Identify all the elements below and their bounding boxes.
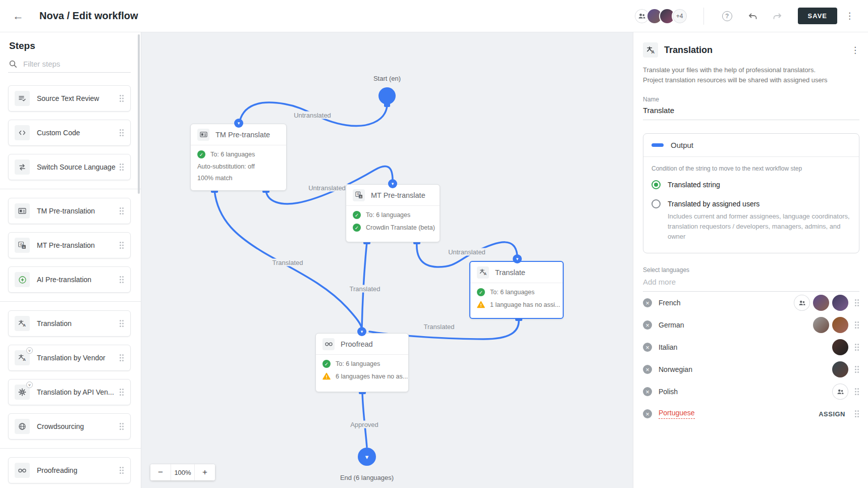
more-collaborators-badge[interactable]: +4 <box>672 8 688 24</box>
drag-handle-icon[interactable] <box>119 94 124 102</box>
node-detail: To: 6 languages <box>210 151 255 158</box>
node-tm-pretranslate[interactable]: TM Pre-translate ✓To: 6 languages Auto-s… <box>190 124 287 191</box>
remove-language-icon[interactable]: × <box>643 387 652 396</box>
step-label: MT Pre-translation <box>37 241 95 249</box>
sidebar-step-ai-pretranslation[interactable]: AI Pre-translation <box>8 266 131 293</box>
sidebar-step-mt-pretranslation[interactable]: GA MT Pre-translation <box>8 232 131 258</box>
node-input-port[interactable]: ▾ <box>234 119 243 128</box>
machine-translation-icon: GA <box>353 189 365 201</box>
save-button[interactable]: SAVE <box>798 8 837 24</box>
people-icon <box>837 388 844 396</box>
check-icon: ✓ <box>322 360 331 368</box>
end-node[interactable]: ▾ <box>358 448 376 466</box>
drag-handle-icon[interactable] <box>854 343 859 351</box>
help-icon: ? <box>722 11 732 21</box>
drag-handle-icon[interactable] <box>119 163 124 171</box>
node-input-port[interactable]: ▾ <box>388 179 397 188</box>
assignee-group-avatar[interactable] <box>794 295 810 311</box>
drag-handle-icon[interactable] <box>119 354 124 362</box>
drag-handle-icon[interactable] <box>119 466 124 474</box>
svg-text:A: A <box>23 357 26 362</box>
sidebar-step-crowdsourcing[interactable]: Crowdsourcing <box>8 413 131 440</box>
node-input-port[interactable]: ▾ <box>357 327 366 336</box>
sidebar-step-source-text-review[interactable]: Source Text Review <box>8 85 131 112</box>
remove-language-icon[interactable]: × <box>643 409 652 418</box>
radio-unselected-icon[interactable] <box>652 199 661 208</box>
node-input-port[interactable]: ▾ <box>513 254 522 263</box>
radio-translated-string[interactable]: Translated string <box>652 180 851 189</box>
help-button[interactable]: ? <box>720 9 734 23</box>
zoom-in-button[interactable]: + <box>195 464 215 480</box>
drag-handle-icon[interactable] <box>119 422 124 430</box>
sidebar-scrollbar[interactable] <box>138 34 140 194</box>
redo-button[interactable] <box>771 9 785 23</box>
sidebar-step-tm-pretranslation[interactable]: TM Pre-translation <box>8 198 131 224</box>
drag-handle-icon[interactable] <box>119 319 124 328</box>
drag-handle-icon[interactable] <box>854 299 859 307</box>
assignee-avatar[interactable] <box>813 317 829 333</box>
zoom-out-button[interactable]: − <box>150 464 171 480</box>
drag-handle-icon[interactable] <box>854 365 859 373</box>
undo-button[interactable] <box>745 9 760 23</box>
vendor-badge: v <box>26 382 33 388</box>
collaborator-avatars[interactable]: +4 <box>634 8 684 24</box>
node-mt-pretranslate[interactable]: GA MT Pre-translate ✓To: 6 languages ✓Cr… <box>346 184 440 242</box>
drag-handle-icon[interactable] <box>119 207 124 215</box>
assignee-avatar[interactable] <box>832 361 848 377</box>
back-button[interactable]: ← <box>10 8 26 24</box>
assignee-avatar[interactable] <box>832 317 848 333</box>
sidebar-step-translation-by-api-vendor[interactable]: v Translation by API Ven... <box>8 379 131 405</box>
remove-language-icon[interactable]: × <box>643 298 652 307</box>
globe-icon <box>15 419 30 434</box>
assignee-group-avatar[interactable] <box>832 384 848 400</box>
assignee-avatar[interactable] <box>832 339 848 355</box>
sidebar-step-translation-by-vendor[interactable]: A v Translation by Vendor <box>8 345 131 371</box>
drag-handle-icon[interactable] <box>854 388 859 396</box>
edge-label: Translated <box>422 323 457 331</box>
svg-text:A: A <box>651 49 654 55</box>
node-translate[interactable]: A Translate ✓To: 6 languages 1 language … <box>469 261 564 319</box>
drag-handle-icon[interactable] <box>119 129 124 137</box>
assignee-avatar[interactable] <box>832 295 848 311</box>
assignee-avatar[interactable] <box>813 295 829 311</box>
workflow-canvas[interactable]: Start (en) Untranslated Untranslated Unt… <box>141 32 633 488</box>
filter-steps-input[interactable] <box>23 60 114 68</box>
step-settings-panel: A Translation ⋮ Translate your files wit… <box>633 32 868 488</box>
sidebar-step-translation[interactable]: A Translation <box>8 310 131 337</box>
remove-language-icon[interactable]: × <box>643 343 652 352</box>
output-section: Output Condition of the string to move t… <box>643 133 859 253</box>
edge-label: Translated <box>348 285 383 293</box>
step-options-button[interactable]: ⋮ <box>851 46 859 55</box>
radio-translated-by-assigned-users[interactable]: Translated by assigned users <box>652 199 851 208</box>
radio-selected-icon[interactable] <box>652 180 661 189</box>
code-icon <box>15 125 30 140</box>
node-proofread[interactable]: Proofread ✓To: 6 languages 6 languages h… <box>315 333 409 392</box>
node-detail: Crowdin Translate (beta) <box>366 224 435 231</box>
swap-arrows-icon <box>15 159 30 175</box>
filter-steps-field[interactable] <box>8 60 131 73</box>
node-detail: Auto-substitution: off <box>197 163 255 170</box>
remove-language-icon[interactable]: × <box>643 320 652 330</box>
drag-handle-icon[interactable] <box>854 410 859 418</box>
drag-handle-icon[interactable] <box>854 321 859 329</box>
add-language-input[interactable] <box>643 274 859 292</box>
step-label: AI Pre-translation <box>37 276 91 284</box>
search-icon <box>9 60 17 68</box>
remove-language-icon[interactable]: × <box>643 365 652 374</box>
name-field-input[interactable]: Translate <box>643 106 859 120</box>
drag-handle-icon[interactable] <box>119 388 124 396</box>
overflow-menu-button[interactable]: ⋮ <box>845 12 854 20</box>
plus-icon: + <box>202 467 207 477</box>
drag-handle-icon[interactable] <box>119 241 124 249</box>
drag-handle-icon[interactable] <box>119 276 124 284</box>
step-label: Custom Code <box>37 129 80 137</box>
start-node[interactable] <box>378 87 396 104</box>
radio-description-line: translation requestors / developers, man… <box>668 222 851 242</box>
sidebar-step-switch-source-language[interactable]: Switch Source Language <box>8 154 131 180</box>
machine-translation-icon: GA <box>15 238 30 253</box>
assign-button[interactable]: ASSIGN <box>819 410 845 418</box>
sidebar-step-custom-code[interactable]: Custom Code <box>8 120 131 146</box>
step-label: Translation by API Ven... <box>37 388 114 396</box>
sidebar-step-proofreading[interactable]: Proofreading <box>8 457 131 483</box>
zoom-control: − 100% + <box>150 464 215 480</box>
